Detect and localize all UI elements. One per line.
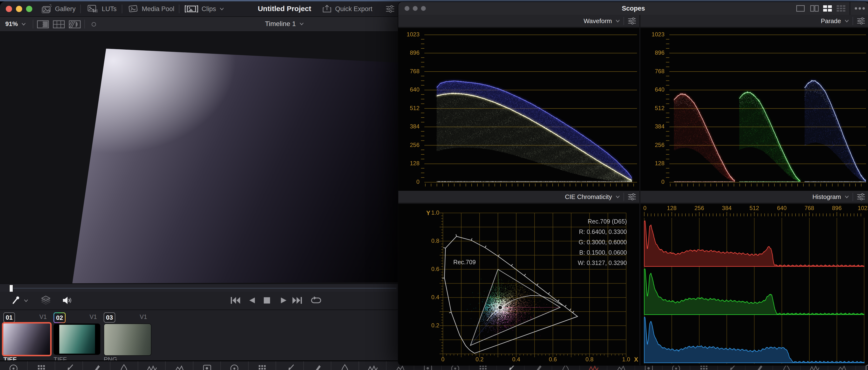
waveform-title[interactable]: Waveform: [584, 18, 612, 25]
palette-tool-custom-curves[interactable]: [111, 361, 138, 370]
play-reverse-button[interactable]: [248, 297, 255, 304]
layout-four-up-icon[interactable]: [822, 5, 833, 12]
luts-icon: [87, 4, 98, 13]
media-pool-button[interactable]: Media Pool: [127, 4, 174, 13]
palette-tool-hue-curves[interactable]: [138, 361, 166, 370]
luts-button[interactable]: LUTs: [87, 4, 117, 13]
parade-tick-label: 384: [642, 123, 664, 130]
timeline-scrubber[interactable]: [0, 283, 399, 292]
header-divider: [852, 17, 853, 25]
palette-tool-tracker[interactable]: [221, 361, 249, 370]
parade-tick-label: 1023: [642, 31, 664, 38]
gallery-button[interactable]: Gallery: [41, 4, 76, 13]
more-options-icon[interactable]: [854, 7, 866, 10]
toolbar-divider: [122, 5, 122, 13]
window-minimize-button[interactable]: [16, 6, 22, 12]
palette-tool-key[interactable]: [304, 361, 332, 370]
histogram-tick-label: 512: [740, 205, 769, 211]
eyedropper-icon[interactable]: [11, 296, 20, 305]
play-button[interactable]: [280, 297, 287, 304]
blur-icon: [284, 363, 295, 370]
clip-item-3[interactable]: 03 V1 PNG: [104, 310, 151, 361]
timeline-dropdown[interactable]: Timeline 1: [246, 20, 323, 28]
cie-x-tick-label: 1.0: [617, 356, 636, 363]
header-divider: [623, 193, 624, 201]
project-settings-icon[interactable]: [385, 5, 395, 13]
clips-button[interactable]: Clips: [185, 4, 224, 13]
mix-wipe-icon[interactable]: [68, 20, 81, 29]
waveform-settings-icon[interactable]: [627, 17, 637, 25]
waveform-panel: 01282563845126407688961023: [398, 28, 640, 191]
scopes-window: Scopes: [398, 1, 868, 366]
playhead[interactable]: [9, 284, 13, 293]
palette-tool-magic-mask[interactable]: [249, 361, 276, 370]
palette-tool-primary-bars[interactable]: [83, 361, 111, 370]
gamut-name-label: Rec.709: [453, 259, 476, 266]
zoom-level-dropdown[interactable]: 91%: [5, 20, 26, 28]
scrubber-track[interactable]: [10, 288, 396, 289]
cie-settings-icon[interactable]: [627, 193, 637, 201]
palette-tool-lut-browser[interactable]: [28, 361, 56, 370]
chevron-down-icon[interactable]: [844, 195, 849, 199]
palette-tool-gallery-stills[interactable]: [0, 361, 28, 370]
histogram-title[interactable]: Histogram: [812, 193, 841, 201]
chevron-down-icon[interactable]: [844, 19, 849, 23]
transport-bar: [0, 292, 399, 309]
layout-single-icon[interactable]: [795, 5, 806, 12]
parade-settings-icon[interactable]: [857, 17, 866, 25]
clip-thumbnail[interactable]: [2, 322, 52, 356]
layout-two-up-icon[interactable]: [809, 5, 820, 12]
scopes-titlebar[interactable]: Scopes: [398, 2, 868, 15]
split-wipe-icon[interactable]: [37, 20, 49, 29]
gallery-icon: [41, 4, 52, 13]
quick-export-button[interactable]: Quick Export: [322, 4, 373, 13]
palette-tool-power-window[interactable]: [193, 361, 221, 370]
parade-tick-label: 640: [642, 86, 664, 93]
parade-tick-label: 512: [642, 105, 664, 111]
parade-tick-label: 768: [642, 68, 664, 75]
palette-tool-stereo-3d[interactable]: [359, 361, 387, 370]
layers-icon[interactable]: [41, 296, 51, 306]
clip-item-1[interactable]: 01 V1 TIFF: [3, 310, 50, 361]
palette-tool-blur[interactable]: [276, 361, 304, 370]
toolbar-divider: [84, 20, 85, 28]
toolbar-divider: [80, 5, 81, 13]
sizing-icon: [340, 363, 350, 370]
palette-tool-qualifier[interactable]: [166, 361, 193, 370]
stop-button[interactable]: [263, 297, 271, 304]
cie-annotation-line: G: 0.3000, 0.6000: [578, 237, 627, 247]
layout-grid-icon[interactable]: [836, 5, 846, 12]
parade-tick-label: 896: [642, 49, 664, 56]
parade-panel: 01282563845126407688961023: [641, 28, 868, 191]
clip-track-label: V1: [89, 313, 97, 321]
speaker-icon[interactable]: [62, 296, 72, 305]
go-to-end-button[interactable]: [292, 297, 302, 304]
loop-button[interactable]: [311, 296, 322, 305]
clip-thumbnail[interactable]: [104, 324, 151, 356]
timeline-name: Timeline 1: [265, 20, 296, 28]
cie-title[interactable]: CIE Chromaticity: [565, 193, 612, 201]
clip-thumbnail[interactable]: [54, 324, 100, 355]
histogram-tick-label: 768: [795, 205, 824, 211]
waveform-tick-label: 1023: [400, 31, 420, 38]
waveform-tick-label: 0: [400, 178, 420, 185]
clip-number-badge: 01: [3, 312, 15, 323]
parade-title[interactable]: Parade: [821, 18, 841, 25]
grid-view-icon[interactable]: [53, 20, 65, 29]
window-close-button[interactable]: [6, 6, 12, 12]
clip-item-2[interactable]: 02 V1 TIFF: [54, 310, 100, 361]
clip-track-label: V1: [39, 313, 47, 321]
palette-tool-color-wheels[interactable]: [55, 361, 83, 370]
chevron-down-icon[interactable]: [615, 19, 620, 23]
waveform-tick-label: 128: [400, 160, 420, 167]
histogram-tick-label: 1023: [850, 205, 868, 211]
luts-label: LUTs: [102, 5, 117, 13]
window-zoom-button[interactable]: [26, 6, 32, 12]
chevron-down-icon: [299, 22, 304, 26]
chevron-down-icon[interactable]: [615, 195, 620, 199]
chevron-down-icon[interactable]: [24, 299, 28, 302]
cie-y-tick-label: 0.4: [420, 294, 439, 301]
histogram-settings-icon[interactable]: [857, 193, 866, 201]
palette-tool-sizing[interactable]: [331, 361, 359, 370]
go-to-start-button[interactable]: [230, 297, 240, 304]
